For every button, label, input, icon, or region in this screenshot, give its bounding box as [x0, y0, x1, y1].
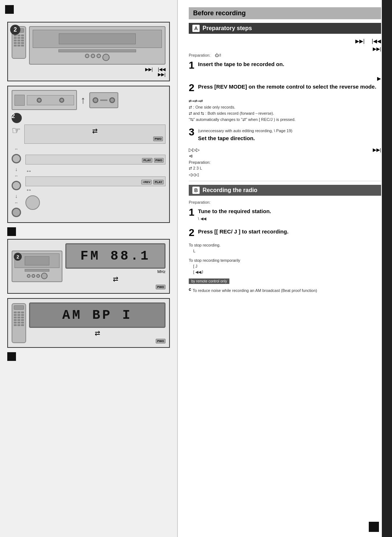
reverse-icon-4: ⇄ [29, 329, 166, 337]
skip-back-symbol: |◀◀ [372, 38, 381, 44]
nav-symbols-1: ▶▶| |◀◀ [12, 67, 166, 72]
tape-dir-sub: ⊲ [189, 153, 381, 159]
sidebar-bar: Recording operations [382, 0, 392, 537]
reverse-note-1: ⇄ : One side only records. [189, 105, 381, 110]
tape-direction-symbols: ▷▷▷ ▶▶| [189, 147, 381, 152]
remote-illustration-2 [12, 303, 26, 343]
am-display-text: AM BP I [62, 308, 132, 323]
right-arrow: ▶ [189, 76, 381, 81]
prep-line-a: Preparation: ⏻/I [189, 53, 381, 57]
illustration-section-3: 2 FM 88.1 MHz ⇄ PWO [7, 239, 170, 294]
section-letter-a: A [192, 25, 200, 32]
note-c-letter: c [189, 287, 191, 292]
divider-1 [189, 181, 381, 181]
skip-forward-symbol: ▶▶| [355, 38, 365, 44]
step-3-text: Set the tape direction. [189, 134, 381, 142]
illustration-section-4: AM BP I ⇄ PWO [7, 298, 170, 348]
stop-temp-sym1: [ J [189, 264, 381, 268]
left-panel: 2 ▶▶| |◀◀ ▶▶| [0, 0, 178, 537]
decorative-black-bar [7, 227, 16, 236]
stop-recording-symbol: L [189, 249, 381, 253]
step-3-number: 3 [189, 127, 195, 137]
b-step-1-sub: \ ◀◀ [189, 216, 381, 221]
prep-label-a: Preparation: [189, 53, 211, 57]
am-display-area: AM BP I ⇄ PWO [29, 302, 166, 343]
prep-line-b: Preparation: [189, 200, 381, 204]
stop-temp-label: To stop recording temporarily [189, 258, 381, 263]
stop-temp-sym2: [ ◀◀J [189, 270, 381, 274]
badge-2-section1: 2 [10, 25, 20, 35]
mode-select-illustration: 2 ☞ ⇄ PWO [12, 113, 166, 144]
stop-recording-label: To stop recording. [189, 243, 381, 247]
b-step-1: 1 Tune to the required station. \ ◀◀ [189, 207, 381, 223]
step-3-note: (unneccessary with auto editing recordin… [189, 129, 381, 133]
section-a-title: Preparatory steps [203, 25, 252, 32]
note-c-text: To reduce noise while recording an AM br… [193, 288, 317, 293]
section-b-title: Recording the radio [203, 187, 257, 194]
play-symbol: ▶▶| [189, 46, 381, 52]
note-c: c To reduce noise while recording an AM … [189, 287, 381, 294]
prep-symbol-a: ⏻/I [215, 53, 221, 57]
decorative-square-bottom [7, 352, 16, 361]
page-title: Before recording [189, 7, 381, 19]
b-step-2-number: 2 [189, 228, 195, 238]
tape-dir-symbol-2: ▶▶| [373, 147, 381, 152]
decorative-square-bottom-right [369, 522, 379, 532]
prep2-sub: ⇄ 2 3 L [189, 166, 381, 171]
fm-display-area: FM 88.1 MHz ⇄ PWO [65, 243, 166, 289]
prep-line-2: Preparation: [189, 160, 381, 164]
step-1: 1 Insert the tape to be recorded on. [189, 60, 381, 70]
step-2-text: Press [REV MODE] on the remote control t… [189, 83, 381, 90]
b-step-1-text: Tune to the required station. [189, 207, 381, 215]
mhz-label: MHz [65, 269, 166, 274]
step-3: 3 (unneccessary with auto editing record… [189, 127, 381, 142]
b-step-1-number: 1 [189, 207, 195, 217]
illustration-section-2: ↑ 2 ☞ ⇄ PWO [7, 86, 170, 223]
stereo-device-2: 2 [12, 251, 62, 282]
decorative-square-top-left [5, 5, 14, 14]
reverse-symbols: ⇄→⇄→⇄ [189, 98, 381, 103]
cassette-device-illustration [12, 90, 77, 110]
mode-circles-illustration: ↔ ↓ ↔ ↓ ↔ PLAYPWO ↔ <REVPLAY [12, 147, 166, 219]
main-device-illustration-1: 2 [29, 26, 166, 65]
nav-symbols-row: ▶▶| |◀◀ [189, 38, 381, 44]
fm-display-text: FM 88.1 [80, 249, 150, 264]
tape-dir-symbol-1: ▷▷▷ [189, 147, 200, 152]
step-1-number: 1 [189, 60, 195, 70]
remote-control-badge: by remote control only [189, 278, 381, 284]
step-2-number: 2 [189, 83, 195, 93]
insert-arrow: ↑ [81, 94, 86, 106]
nav-symbol-play: ▶▶| [12, 72, 166, 77]
illustration-section-1: 2 ▶▶| |◀◀ ▶▶| [7, 22, 170, 81]
b-step-2-text: Press [[ REC/ J ] to start recording. [189, 228, 381, 235]
step-1-text: Insert the tape to be recorded on. [189, 60, 381, 68]
right-panel: Before recording A Preparatory steps ▶▶|… [178, 0, 392, 537]
step-2: 2 Press [REV MODE] on the remote control… [189, 83, 381, 93]
prep-label-b: Preparation: [189, 200, 211, 204]
b-step-2: 2 Press [[ REC/ J ] to start recording. [189, 228, 381, 238]
cassette-visual [89, 92, 118, 108]
section-letter-b: B [192, 187, 200, 194]
remote-badge-label: by remote control only [189, 278, 229, 284]
section-a-header: A Preparatory steps [189, 23, 381, 34]
reverse-icon-3: ⇄ [65, 275, 166, 283]
reverse-note-3: "⇆" automatically changes to "⇄" when [ … [189, 117, 381, 122]
prep3-sub: ◁◁◁ [189, 172, 381, 177]
reverse-note-2: ⇄ and ⇆ : Both sides record (forward→rev… [189, 111, 381, 116]
recording-ops-label: Recording operations [367, 246, 371, 291]
section-b-header: B Recording the radio [189, 185, 381, 196]
